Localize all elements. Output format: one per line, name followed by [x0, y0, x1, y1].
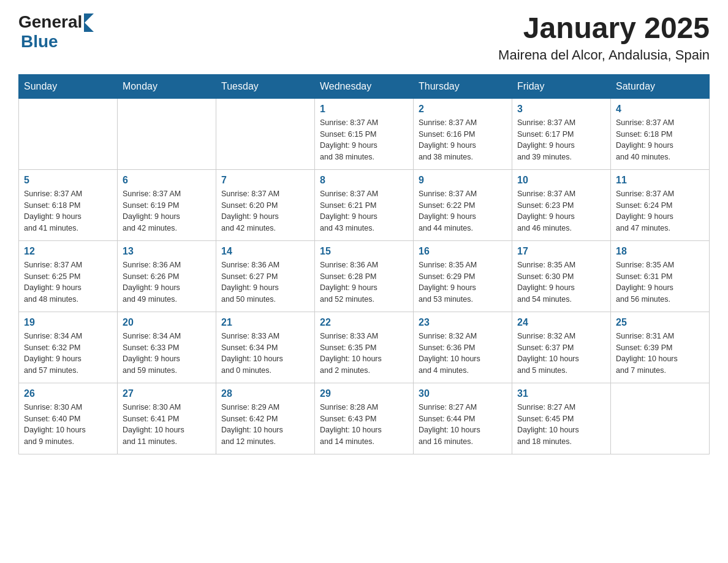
day-info: Sunrise: 8:30 AM Sunset: 6:40 PM Dayligh… — [24, 402, 112, 448]
calendar-cell: 18Sunrise: 8:35 AM Sunset: 6:31 PM Dayli… — [611, 240, 710, 312]
day-info: Sunrise: 8:37 AM Sunset: 6:17 PM Dayligh… — [517, 117, 605, 163]
day-info: Sunrise: 8:32 AM Sunset: 6:36 PM Dayligh… — [419, 331, 507, 377]
day-number: 7 — [221, 175, 309, 186]
day-number: 25 — [616, 317, 704, 328]
calendar-cell: 3Sunrise: 8:37 AM Sunset: 6:17 PM Daylig… — [512, 98, 611, 169]
logo-text-general: General — [18, 12, 82, 32]
day-info: Sunrise: 8:37 AM Sunset: 6:18 PM Dayligh… — [616, 117, 704, 163]
day-number: 29 — [320, 388, 408, 399]
day-number: 18 — [616, 246, 704, 257]
calendar-title: January 2025 — [498, 12, 710, 45]
day-info: Sunrise: 8:37 AM Sunset: 6:22 PM Dayligh… — [419, 188, 507, 234]
day-info: Sunrise: 8:28 AM Sunset: 6:43 PM Dayligh… — [320, 402, 408, 448]
day-number: 27 — [123, 388, 211, 399]
day-info: Sunrise: 8:30 AM Sunset: 6:41 PM Dayligh… — [123, 402, 211, 448]
week-row-4: 19Sunrise: 8:34 AM Sunset: 6:32 PM Dayli… — [19, 312, 710, 383]
calendar-cell: 28Sunrise: 8:29 AM Sunset: 6:42 PM Dayli… — [216, 383, 315, 454]
calendar-cell: 9Sunrise: 8:37 AM Sunset: 6:22 PM Daylig… — [414, 169, 512, 240]
day-number: 11 — [616, 175, 704, 186]
day-number: 16 — [419, 246, 507, 257]
day-info: Sunrise: 8:36 AM Sunset: 6:28 PM Dayligh… — [320, 259, 408, 305]
logo: General Blue — [18, 12, 94, 52]
day-info: Sunrise: 8:31 AM Sunset: 6:39 PM Dayligh… — [616, 331, 704, 377]
day-number: 14 — [221, 246, 309, 257]
calendar-cell: 15Sunrise: 8:36 AM Sunset: 6:28 PM Dayli… — [315, 240, 414, 312]
day-info: Sunrise: 8:36 AM Sunset: 6:26 PM Dayligh… — [123, 259, 211, 305]
day-info: Sunrise: 8:37 AM Sunset: 6:25 PM Dayligh… — [24, 259, 112, 305]
day-number: 13 — [123, 246, 211, 257]
logo-text-blue: Blue — [21, 32, 58, 51]
day-number: 10 — [517, 175, 605, 186]
day-info: Sunrise: 8:34 AM Sunset: 6:33 PM Dayligh… — [123, 331, 211, 377]
calendar-cell: 20Sunrise: 8:34 AM Sunset: 6:33 PM Dayli… — [118, 312, 216, 383]
day-info: Sunrise: 8:33 AM Sunset: 6:34 PM Dayligh… — [221, 331, 309, 377]
calendar-cell: 29Sunrise: 8:28 AM Sunset: 6:43 PM Dayli… — [315, 383, 414, 454]
calendar-cell: 27Sunrise: 8:30 AM Sunset: 6:41 PM Dayli… — [118, 383, 216, 454]
day-info: Sunrise: 8:37 AM Sunset: 6:20 PM Dayligh… — [221, 188, 309, 234]
col-friday: Friday — [512, 74, 611, 98]
day-info: Sunrise: 8:35 AM Sunset: 6:31 PM Dayligh… — [616, 259, 704, 305]
day-info: Sunrise: 8:27 AM Sunset: 6:45 PM Dayligh… — [517, 402, 605, 448]
col-saturday: Saturday — [611, 74, 710, 98]
day-number: 28 — [221, 388, 309, 399]
calendar-cell: 5Sunrise: 8:37 AM Sunset: 6:18 PM Daylig… — [19, 169, 118, 240]
day-info: Sunrise: 8:37 AM Sunset: 6:15 PM Dayligh… — [320, 117, 408, 163]
day-number: 21 — [221, 317, 309, 328]
col-tuesday: Tuesday — [216, 74, 315, 98]
day-info: Sunrise: 8:33 AM Sunset: 6:35 PM Dayligh… — [320, 331, 408, 377]
calendar-cell — [216, 98, 315, 169]
calendar-cell: 24Sunrise: 8:32 AM Sunset: 6:37 PM Dayli… — [512, 312, 611, 383]
day-number: 20 — [123, 317, 211, 328]
calendar-cell: 10Sunrise: 8:37 AM Sunset: 6:23 PM Dayli… — [512, 169, 611, 240]
calendar-cell: 14Sunrise: 8:36 AM Sunset: 6:27 PM Dayli… — [216, 240, 315, 312]
day-number: 5 — [24, 175, 112, 186]
calendar-cell — [611, 383, 710, 454]
col-thursday: Thursday — [414, 74, 512, 98]
col-wednesday: Wednesday — [315, 74, 414, 98]
day-info: Sunrise: 8:37 AM Sunset: 6:18 PM Dayligh… — [24, 188, 112, 234]
calendar-cell: 21Sunrise: 8:33 AM Sunset: 6:34 PM Dayli… — [216, 312, 315, 383]
page-header: General Blue January 2025 Mairena del Al… — [18, 12, 710, 63]
day-number: 15 — [320, 246, 408, 257]
day-info: Sunrise: 8:34 AM Sunset: 6:32 PM Dayligh… — [24, 331, 112, 377]
day-number: 31 — [517, 388, 605, 399]
calendar-cell: 13Sunrise: 8:36 AM Sunset: 6:26 PM Dayli… — [118, 240, 216, 312]
calendar-header-row: Sunday Monday Tuesday Wednesday Thursday… — [19, 74, 710, 98]
calendar-cell — [19, 98, 118, 169]
day-number: 30 — [419, 388, 507, 399]
day-number: 19 — [24, 317, 112, 328]
day-info: Sunrise: 8:37 AM Sunset: 6:23 PM Dayligh… — [517, 188, 605, 234]
day-number: 9 — [419, 175, 507, 186]
calendar-cell: 7Sunrise: 8:37 AM Sunset: 6:20 PM Daylig… — [216, 169, 315, 240]
day-number: 23 — [419, 317, 507, 328]
calendar-cell: 19Sunrise: 8:34 AM Sunset: 6:32 PM Dayli… — [19, 312, 118, 383]
day-number: 3 — [517, 104, 605, 115]
day-info: Sunrise: 8:27 AM Sunset: 6:44 PM Dayligh… — [419, 402, 507, 448]
calendar-cell: 11Sunrise: 8:37 AM Sunset: 6:24 PM Dayli… — [611, 169, 710, 240]
calendar-cell: 16Sunrise: 8:35 AM Sunset: 6:29 PM Dayli… — [414, 240, 512, 312]
week-row-1: 1Sunrise: 8:37 AM Sunset: 6:15 PM Daylig… — [19, 98, 710, 169]
day-info: Sunrise: 8:35 AM Sunset: 6:29 PM Dayligh… — [419, 259, 507, 305]
day-info: Sunrise: 8:37 AM Sunset: 6:24 PM Dayligh… — [616, 188, 704, 234]
day-number: 8 — [320, 175, 408, 186]
col-monday: Monday — [118, 74, 216, 98]
calendar-cell: 6Sunrise: 8:37 AM Sunset: 6:19 PM Daylig… — [118, 169, 216, 240]
calendar-table: Sunday Monday Tuesday Wednesday Thursday… — [18, 74, 710, 454]
day-info: Sunrise: 8:29 AM Sunset: 6:42 PM Dayligh… — [221, 402, 309, 448]
calendar-cell: 8Sunrise: 8:37 AM Sunset: 6:21 PM Daylig… — [315, 169, 414, 240]
day-info: Sunrise: 8:32 AM Sunset: 6:37 PM Dayligh… — [517, 331, 605, 377]
week-row-2: 5Sunrise: 8:37 AM Sunset: 6:18 PM Daylig… — [19, 169, 710, 240]
calendar-cell: 17Sunrise: 8:35 AM Sunset: 6:30 PM Dayli… — [512, 240, 611, 312]
day-number: 24 — [517, 317, 605, 328]
day-number: 12 — [24, 246, 112, 257]
calendar-cell: 2Sunrise: 8:37 AM Sunset: 6:16 PM Daylig… — [414, 98, 512, 169]
day-number: 6 — [123, 175, 211, 186]
calendar-subtitle: Mairena del Alcor, Andalusia, Spain — [498, 47, 710, 63]
calendar-cell: 26Sunrise: 8:30 AM Sunset: 6:40 PM Dayli… — [19, 383, 118, 454]
calendar-cell: 4Sunrise: 8:37 AM Sunset: 6:18 PM Daylig… — [611, 98, 710, 169]
day-number: 17 — [517, 246, 605, 257]
day-number: 22 — [320, 317, 408, 328]
day-info: Sunrise: 8:37 AM Sunset: 6:21 PM Dayligh… — [320, 188, 408, 234]
calendar-cell: 23Sunrise: 8:32 AM Sunset: 6:36 PM Dayli… — [414, 312, 512, 383]
logo-triangle-bottom — [84, 22, 94, 32]
